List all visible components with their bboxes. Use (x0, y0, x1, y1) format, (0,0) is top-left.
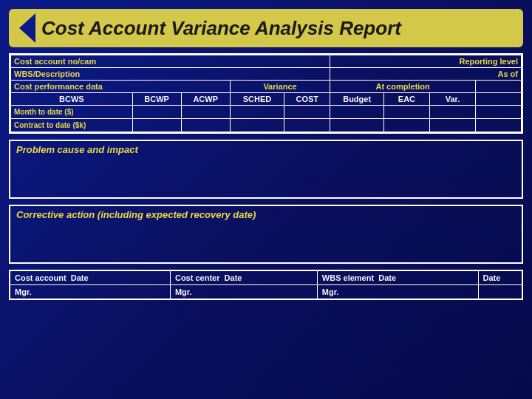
data-cell-2 (181, 106, 230, 119)
sig-date-col4: Date (478, 270, 522, 285)
data-cell-c2 (181, 119, 230, 132)
main-table-container: Cost account no/cam Reporting level WBS/… (9, 53, 523, 134)
data-cell-c4 (284, 119, 330, 132)
col-header-acwp: ACWP (181, 93, 230, 106)
data-cell-c1 (132, 119, 181, 132)
column-header-row: BCWS BCWP ACWP SCHED COST Budget EAC Var… (11, 93, 522, 106)
sig-mgr-2: Mgr. (170, 285, 317, 300)
as-of-label: As of (330, 68, 522, 81)
data-cell-7 (429, 106, 475, 119)
data-cell-5 (330, 106, 384, 119)
table-row-3: Cost performance data Variance At comple… (11, 81, 522, 93)
sig-mgr-3: Mgr. (317, 285, 478, 300)
sig-wbs-element: WBS element Date (317, 270, 478, 285)
sig-cost-center: Cost center Date (170, 270, 317, 285)
page-wrapper: Cost Account Variance Analysis Report Co… (0, 0, 532, 399)
data-cell-3 (230, 106, 284, 119)
data-row-month: Month to date ($) (11, 106, 522, 119)
at-completion-label: At completion (330, 81, 476, 93)
signature-table: Cost account Date Cost center Date WBS e… (9, 270, 523, 300)
data-cell-c7 (429, 119, 475, 132)
sig-mgr-1: Mgr. (10, 285, 170, 300)
col-header-sched: SCHED (230, 93, 284, 106)
col-header-bcws: BCWS (11, 93, 133, 106)
problem-section-label: Problem cause and impact (16, 144, 138, 155)
table-row-1: Cost account no/cam Reporting level (11, 55, 522, 68)
corrective-section: Corrective action (including expected re… (9, 205, 523, 264)
table-row-2: WBS/Description As of (11, 68, 522, 81)
cost-perf-label: Cost performance data (11, 81, 231, 93)
reporting-level-label: Reporting level (330, 55, 522, 68)
data-row-contract: Contract to date ($k) (11, 119, 522, 132)
sig-cost-account: Cost account Date (10, 270, 170, 285)
chevron-left-icon (19, 13, 35, 43)
data-cell-6 (383, 106, 429, 119)
empty-cell (475, 81, 521, 93)
data-cell-8 (475, 106, 521, 119)
wbs-label: WBS/Description (11, 68, 330, 81)
contract-to-date-label: Contract to date ($k) (11, 119, 133, 132)
page-title: Cost Account Variance Analysis Report (41, 17, 401, 40)
col-header-bcwp: BCWP (132, 93, 181, 106)
col-header-var: Var. (429, 93, 475, 106)
data-cell-1 (132, 106, 181, 119)
data-cell-4 (284, 106, 330, 119)
data-cell-c3 (230, 119, 284, 132)
data-cell-c5 (330, 119, 384, 132)
signature-row-2: Mgr. Mgr. Mgr. (10, 285, 522, 300)
data-cell-c8 (475, 119, 521, 132)
col-header-cost: COST (284, 93, 330, 106)
signature-row-1: Cost account Date Cost center Date WBS e… (10, 270, 522, 285)
month-to-date-label: Month to date ($) (11, 106, 133, 119)
info-table: Cost account no/cam Reporting level WBS/… (10, 55, 522, 132)
problem-section: Problem cause and impact (9, 140, 523, 199)
col-header-eac: EAC (383, 93, 429, 106)
title-bar: Cost Account Variance Analysis Report (9, 9, 523, 47)
corrective-section-label: Corrective action (including expected re… (16, 209, 256, 220)
cost-account-label: Cost account no/cam (11, 55, 330, 68)
data-cell-c6 (383, 119, 429, 132)
sig-empty (478, 285, 522, 300)
variance-label: Variance (230, 81, 330, 93)
col-header-budget: Budget (330, 93, 384, 106)
col-header-empty (475, 93, 521, 106)
